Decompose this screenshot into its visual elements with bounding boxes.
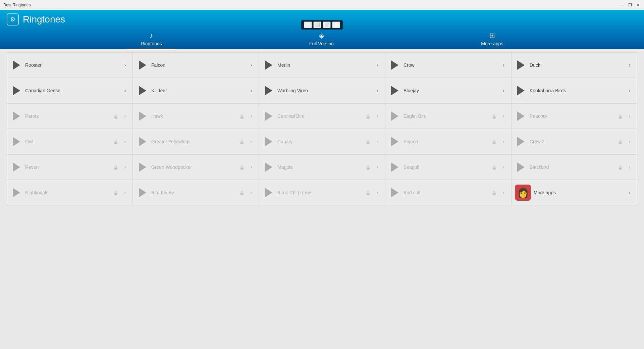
moreapps-nav-label: More apps	[481, 41, 503, 46]
chevron-5-3[interactable]: ›	[499, 187, 507, 199]
ringtone-cell-4-2: Magpie🔒›	[259, 154, 385, 180]
chevron-5-2[interactable]: ›	[373, 187, 381, 199]
chevron-4-1[interactable]: ›	[247, 161, 255, 173]
ringtone-name-2-1: Hawk	[151, 113, 236, 119]
play-button-1-3[interactable]	[389, 85, 401, 97]
play-button-0-4[interactable]	[515, 59, 527, 71]
chevron-0-3[interactable]: ›	[499, 59, 507, 71]
toolbar-btn-3[interactable]: ⬜	[323, 21, 331, 28]
play-button-2-2[interactable]	[263, 110, 275, 122]
chevron-4-3[interactable]: ›	[499, 161, 507, 173]
ringtones-label: Ringtones	[141, 41, 162, 46]
ringtone-name-1-4: Kookaburra Birds	[530, 88, 623, 93]
ringtone-cell-3-2: Canary🔒›	[259, 129, 385, 154]
ringtone-name-0-4: Duck	[530, 62, 623, 68]
ringtone-cell-4-0: Raven🔒›	[7, 154, 133, 180]
chevron-3-0[interactable]: ›	[121, 136, 129, 148]
chevron-5-1[interactable]: ›	[247, 187, 255, 199]
toolbar-btn-2[interactable]: ⬜	[313, 21, 321, 28]
maximize-button[interactable]: ❐	[627, 2, 633, 8]
ringtone-name-4-2: Magpie	[277, 164, 363, 170]
play-button-4-3[interactable]	[389, 161, 401, 173]
play-button-2-3[interactable]	[389, 110, 401, 122]
chevron-2-2[interactable]: ›	[373, 110, 381, 122]
chevron-4-2[interactable]: ›	[373, 161, 381, 173]
play-button-5-3[interactable]	[389, 187, 401, 199]
play-button-3-4[interactable]	[515, 136, 527, 148]
close-button[interactable]: ✕	[635, 2, 641, 8]
tab-moreapps[interactable]: ⊞ More apps	[468, 29, 517, 49]
chevron-1-0[interactable]: ›	[121, 85, 129, 97]
play-button-2-1[interactable]	[137, 110, 149, 122]
ringtone-name-2-3: Eaglet Bird	[404, 113, 489, 119]
play-button-4-2[interactable]	[263, 161, 275, 173]
ringtone-name-4-4: Blackbird	[530, 164, 615, 170]
lock-icon-3-0: 🔒	[113, 139, 118, 144]
ringtone-cell-3-3: Pigeon🔒›	[385, 129, 511, 154]
lock-icon-4-2: 🔒	[365, 165, 371, 170]
ringtone-cell-5-4: 👩More apps›	[511, 180, 637, 205]
play-button-5-0[interactable]	[10, 187, 22, 199]
ringtone-cell-4-3: Seagull🔒›	[385, 154, 511, 180]
chevron-1-2[interactable]: ›	[373, 85, 381, 97]
chevron-1-3[interactable]: ›	[499, 85, 507, 97]
lock-icon-3-1: 🔒	[239, 139, 245, 144]
ringtone-name-3-2: Canary	[277, 139, 363, 144]
chevron-1-4[interactable]: ›	[626, 85, 634, 97]
lock-icon-5-3: 🔒	[491, 190, 497, 195]
play-button-0-3[interactable]	[389, 59, 401, 71]
ringtone-cell-2-3: Eaglet Bird🔒›	[385, 103, 511, 129]
play-button-3-1[interactable]	[137, 136, 149, 148]
ringtone-cell-1-4: Kookaburra Birds›	[511, 78, 637, 103]
chevron-3-2[interactable]: ›	[373, 136, 381, 148]
play-button-1-1[interactable]	[137, 85, 149, 97]
toolbar-center: ⊞ ⬜ ⬜ ⊠	[301, 20, 343, 30]
chevron-1-1[interactable]: ›	[247, 85, 255, 97]
chevron-5-0[interactable]: ›	[121, 187, 129, 199]
play-button-3-0[interactable]	[10, 136, 22, 148]
tab-ringtones[interactable]: ♪ Ringtones	[127, 29, 175, 49]
chevron-2-0[interactable]: ›	[121, 110, 129, 122]
play-button-0-1[interactable]	[137, 59, 149, 71]
play-button-4-0[interactable]	[10, 161, 22, 173]
ringtone-name-1-2: Warbling Vireo	[277, 88, 371, 93]
play-button-2-4[interactable]	[515, 110, 527, 122]
chevron-0-1[interactable]: ›	[247, 59, 255, 71]
play-button-3-2[interactable]	[263, 136, 275, 148]
chevron-0-4[interactable]: ›	[626, 59, 634, 71]
play-button-5-2[interactable]	[263, 187, 275, 199]
play-button-2-0[interactable]	[10, 110, 22, 122]
ringtone-name-0-1: Falcon	[151, 62, 245, 68]
chevron-3-3[interactable]: ›	[499, 136, 507, 148]
chevron-4-0[interactable]: ›	[121, 161, 129, 173]
ringtone-cell-5-0: Nightingale🔒›	[7, 180, 133, 205]
ringtone-name-2-0: Parots	[25, 113, 110, 119]
chevron-0-0[interactable]: ›	[121, 59, 129, 71]
ringtone-name-3-4: Crow 2	[530, 139, 615, 144]
lock-icon-5-1: 🔒	[239, 190, 245, 195]
play-button-0-0[interactable]	[10, 59, 22, 71]
play-button-1-2[interactable]	[263, 85, 275, 97]
chevron-2-4[interactable]: ›	[626, 110, 634, 122]
minimize-button[interactable]: —	[619, 2, 625, 8]
play-button-3-3[interactable]	[389, 136, 401, 148]
chevron-3-4[interactable]: ›	[626, 136, 634, 148]
chevron-2-3[interactable]: ›	[499, 110, 507, 122]
play-button-0-2[interactable]	[263, 59, 275, 71]
chevron-3-1[interactable]: ›	[247, 136, 255, 148]
chevron-2-1[interactable]: ›	[247, 110, 255, 122]
toolbar-btn-1[interactable]: ⊞	[304, 21, 312, 28]
play-button-5-1[interactable]	[137, 187, 149, 199]
more-apps-label: More apps	[534, 190, 623, 195]
tab-fullversion[interactable]: ◈ Full Version	[296, 29, 347, 49]
play-button-4-1[interactable]	[137, 161, 149, 173]
chevron-4-4[interactable]: ›	[626, 161, 634, 173]
play-button-1-4[interactable]	[515, 85, 527, 97]
play-button-1-0[interactable]	[10, 85, 22, 97]
ringtone-cell-0-2: Merlin›	[259, 52, 385, 78]
lock-icon-2-0: 🔒	[113, 114, 118, 119]
more-apps-chevron[interactable]: ›	[626, 187, 634, 199]
chevron-0-2[interactable]: ›	[373, 59, 381, 71]
play-button-4-4[interactable]	[515, 161, 527, 173]
toolbar-btn-4[interactable]: ⊠	[332, 21, 340, 28]
